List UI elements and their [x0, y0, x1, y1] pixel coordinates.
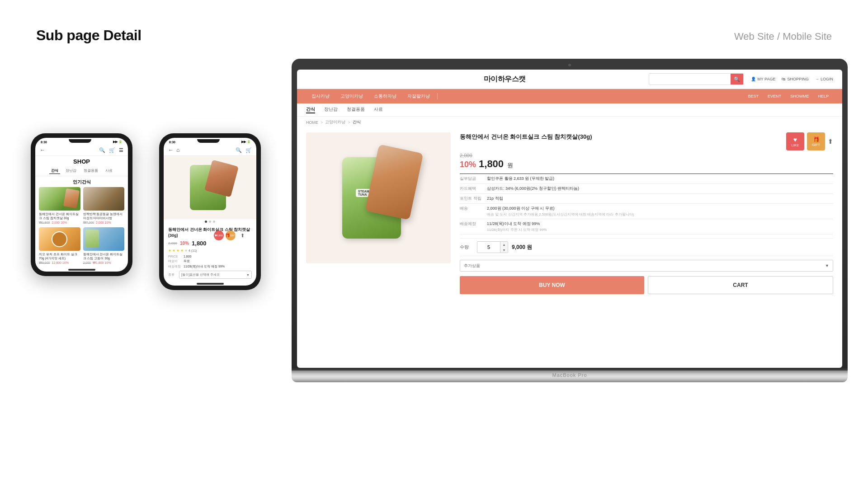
nav-item-4[interactable]: 자잘팔카냥: [402, 89, 435, 103]
nav-divider: [437, 93, 438, 99]
product-name-2: 반짝반짝 동공동글 농맨에서 마성의 마마마비사방: [83, 212, 125, 220]
page-title: Sub page Detail: [36, 27, 142, 44]
phone-2-home-bar: [197, 283, 224, 285]
list-item[interactable]: 반짝반짝 동공동글 농맨에서 마성의 마마마비사방 ₩7,200 2,000 1…: [83, 187, 125, 225]
addon-select[interactable]: 추가상품 ▼: [460, 260, 833, 272]
phone-2-back[interactable]: ←: [168, 147, 174, 153]
gift-button-web[interactable]: 🎁 GIFT: [807, 132, 825, 150]
star-1: ★: [168, 249, 171, 253]
my-page-label: MY PAGE: [757, 77, 775, 81]
product-main-image: STEAMEDTUNA: [333, 144, 424, 252]
login-link[interactable]: → LOGIN: [815, 77, 833, 81]
chevron-down-icon: ▼: [246, 273, 250, 277]
pinfo-value-4: 2,000원 (30,000원 이상 구매 시 무료)배송 및 도서 산간지역 …: [487, 206, 634, 217]
mobile-phone-1: 8:30 ▶▶ 🔋 ← 🔍 🛒 ☰ SHOP 간식 장난감 청결용품 사료: [31, 133, 132, 276]
cart-icon-p2[interactable]: 🛒: [245, 147, 252, 153]
search-icon-web: 🔍: [734, 76, 740, 82]
phone-1-back[interactable]: ←: [40, 147, 45, 153]
nav-help[interactable]: HELP: [813, 89, 833, 103]
phone-1-home-bar: [68, 269, 95, 271]
list-item[interactable]: 동해안에서 건너온 화이트실크 스팀 고동어 30g 2,000 ₩1,800 …: [83, 227, 125, 265]
quantity-arrows: ▲ ▼: [500, 242, 508, 253]
phone-2-navbar: ← ⌂ 🔍 🛒: [164, 145, 256, 156]
bc-sep-2: >: [348, 120, 350, 125]
quantity-input[interactable]: [477, 242, 500, 253]
mobile-phone-2: 8:30 ▶▶ 🔋 ← ⌂ 🔍 🛒: [159, 133, 261, 290]
pinfo-row-5: 배송예정 11/28(목)이내 도착 예정 99%11/26(화)까지 주문 시…: [460, 219, 833, 235]
cart-button[interactable]: CART: [648, 276, 833, 294]
search-icon-p2[interactable]: 🔍: [236, 147, 242, 153]
my-page-link[interactable]: 👤 MY PAGE: [751, 77, 775, 81]
popular-title: 인기간식: [35, 176, 128, 187]
delivery-value: 무료: [184, 259, 190, 263]
sub-nav-snack[interactable]: 간식: [306, 106, 315, 113]
pinfo-row-1: 실부담금 할인쿠폰 활용 2,633 원 (무제한 발급): [460, 174, 833, 184]
sub-nav-feed[interactable]: 사료: [374, 106, 383, 113]
qty-up-arrow[interactable]: ▲: [500, 242, 508, 247]
share-button-p2[interactable]: ⬆: [237, 230, 247, 240]
like-button-p2[interactable]: ♥ LIKE: [214, 230, 224, 240]
tuna-pkg-front: [365, 144, 423, 220]
product-title-area: 동해안에서 건너온 화이트실크 스팀 참치캣살(30g): [460, 132, 592, 145]
share-icon-web: ⬆: [828, 138, 833, 145]
sub-nav-toy[interactable]: 장난감: [324, 106, 338, 113]
sub-navigation: 간식 장난감 청결용품 사료: [297, 103, 842, 117]
qty-down-arrow[interactable]: ▼: [500, 247, 508, 253]
macbook-camera: [568, 64, 571, 66]
nav-item-3[interactable]: 소통하자냥: [368, 89, 402, 103]
phone-2-price-row: 2,000 10% 1,800: [168, 240, 252, 247]
discount-pct: 10%: [460, 160, 476, 169]
search-icon-p1[interactable]: 🔍: [99, 147, 105, 153]
nav-item-1[interactable]: 집사카냥: [306, 89, 335, 103]
arrival-value: 11/28(목)이내 도착 예정 99%: [184, 264, 225, 269]
phone-2-old-price: 2,000: [168, 241, 177, 245]
shopping-link[interactable]: 🛍 SHOPPING: [782, 77, 809, 81]
product-price-3: ₩9,000 12,600 10%: [39, 261, 80, 265]
phone-2-rating: 4: [189, 249, 190, 252]
product-img-2: [83, 187, 125, 211]
nav-showme[interactable]: SHOWME: [786, 89, 814, 103]
cat-tab-feed[interactable]: 사료: [104, 168, 114, 174]
pinfo-label-1: 실부담금: [460, 176, 487, 182]
nav-event[interactable]: EVENT: [763, 89, 786, 103]
phone-2-home[interactable]: ⌂: [176, 147, 179, 153]
img-dot-2[interactable]: [209, 221, 211, 223]
bc-home[interactable]: HOME: [306, 120, 318, 125]
nav-best[interactable]: BEST: [743, 89, 763, 103]
phone-1-nav-icons: 🔍 🛒 ☰: [99, 147, 123, 153]
menu-icon-p1[interactable]: ☰: [119, 147, 123, 153]
bc-sep-1: >: [321, 120, 323, 125]
delivery-label: 배송비: [168, 259, 181, 263]
bc-cat[interactable]: 고양이카냥: [325, 119, 345, 125]
price-main-row: 10% 1,800 원: [460, 158, 833, 170]
cat-tab-clean[interactable]: 청결용품: [82, 168, 100, 174]
main-price: 1,800: [479, 158, 504, 170]
type-label: 종류: [168, 272, 177, 277]
cat-tab-snack[interactable]: 간식: [49, 168, 60, 174]
gift-button-p2[interactable]: 🎁 GIFT: [226, 230, 236, 240]
img-dot-1[interactable]: [205, 221, 207, 223]
arrival-label: 배송예정: [168, 264, 181, 269]
cat-tab-toy[interactable]: 장난감: [64, 168, 78, 174]
type-select[interactable]: [필수]옵션을 선택해 주세요 ▼: [179, 271, 252, 279]
like-button-web[interactable]: ♥ LIKE: [786, 132, 804, 150]
shopping-label: SHOPPING: [787, 77, 809, 81]
quantity-input-box: ▲ ▼: [477, 241, 508, 253]
img-dot-3[interactable]: [213, 221, 215, 223]
list-item[interactable]: 치오 유처 초프 화이트 실크 70g (4가지맛 세트) ₩9,000 12,…: [39, 227, 80, 265]
person-icon: 👤: [751, 77, 756, 81]
price-detail-row-3: 배송예정 11/28(목)이내 도착 예정 99%: [168, 264, 252, 269]
product-grid-p1: 동해안에서 건너온 화이트실크 스팀 참치캣살 30g ₩1,800 2,000…: [35, 187, 128, 267]
search-input[interactable]: [649, 74, 731, 84]
phone-2-notch: [197, 139, 220, 143]
phone-2-new-price: 1,800: [192, 240, 207, 247]
gift-icon: 🎁: [225, 233, 230, 238]
cart-icon-p1[interactable]: 🛒: [109, 147, 115, 153]
original-price: 2,000: [460, 153, 833, 158]
buy-now-button[interactable]: BUY NOW: [460, 276, 644, 294]
share-button-web[interactable]: ⬆: [828, 138, 833, 145]
nav-item-2[interactable]: 고양이카냥: [335, 89, 368, 103]
search-button[interactable]: 🔍: [731, 74, 743, 84]
list-item[interactable]: 동해안에서 건너온 화이트실크 스팀 참치캣살 30g ₩1,800 2,000…: [39, 187, 80, 225]
sub-nav-clean[interactable]: 청결용품: [347, 106, 365, 113]
